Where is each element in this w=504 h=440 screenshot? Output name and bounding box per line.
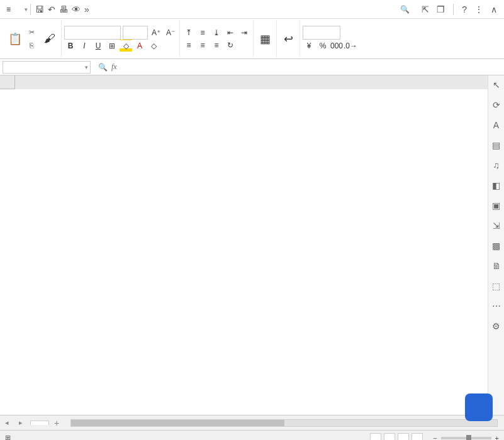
playlist-icon[interactable]: ♫ <box>491 160 502 171</box>
cut-icon: ✂ <box>26 28 36 38</box>
sheet-area: ↖ ⟳ A ▤ ♫ ◧ ▣ ⇲ ▩ 🗎 ⬚ ⋯ ⚙ <box>0 75 504 415</box>
wps-logo-mark <box>465 393 493 421</box>
fx-search-icon[interactable]: 🔍 <box>98 63 108 72</box>
clear-format-button[interactable]: ◇ <box>147 40 160 52</box>
select-all-corner[interactable] <box>0 75 15 89</box>
break-view-icon[interactable] <box>398 433 409 441</box>
view-buttons <box>370 433 423 441</box>
bold-button[interactable]: B <box>64 40 77 52</box>
preview-icon[interactable]: 👁 <box>70 4 82 14</box>
formula-input[interactable] <box>122 61 504 74</box>
format-painter-button[interactable]: 🖌 <box>41 30 59 48</box>
increase-decimal-icon[interactable]: .0→ <box>344 40 357 52</box>
status-mode-icon[interactable]: ⊞ <box>5 434 106 440</box>
collapse-icon[interactable]: ∧ <box>489 4 499 14</box>
palette-icon[interactable]: ◧ <box>491 180 502 191</box>
copy-button[interactable]: ⎘ <box>26 40 38 51</box>
align-middle-icon[interactable]: ≡ <box>196 26 209 39</box>
formula-bar: ▾ 🔍 fx <box>0 59 504 75</box>
zoom-slider[interactable] <box>441 437 491 439</box>
merge-button[interactable]: ▦ <box>256 30 274 48</box>
sheet-tabs-bar: ◂ ▸ + <box>0 415 504 430</box>
zoom-thumb[interactable] <box>466 435 471 441</box>
print-icon[interactable]: 🖶 <box>57 4 70 14</box>
column-headers <box>15 75 488 89</box>
window-icon[interactable]: ❐ <box>435 4 447 14</box>
file-dropdown-icon[interactable]: ▾ <box>25 6 28 13</box>
align-left-icon[interactable]: ≡ <box>182 39 195 52</box>
cut-button[interactable]: ✂ <box>26 27 38 38</box>
wrap-group: ↩ <box>277 20 300 57</box>
increase-font-icon[interactable]: A⁺ <box>150 26 162 39</box>
indent-increase-icon[interactable]: ⇥ <box>238 26 250 39</box>
fill-color-button[interactable]: ◇ <box>120 40 132 52</box>
status-bar: ⊞ − + <box>0 430 504 440</box>
share-icon[interactable]: ⇱ <box>420 4 431 14</box>
percent-icon[interactable]: % <box>316 40 329 52</box>
merge-group: ▦ <box>254 20 277 57</box>
normal-view-icon[interactable] <box>370 433 381 441</box>
sheet-grid[interactable] <box>0 75 488 415</box>
file-icon[interactable]: 🗎 <box>491 260 502 272</box>
layers-icon[interactable]: ▤ <box>491 140 502 151</box>
cursor-icon[interactable]: ↖ <box>491 79 502 91</box>
italic-button[interactable]: I <box>78 40 91 52</box>
clipboard-group: 📋 ✂ ⎘ 🖌 <box>4 20 62 57</box>
align-right-icon[interactable]: ≡ <box>210 39 223 52</box>
zoom-in-icon[interactable]: + <box>495 434 499 441</box>
number-group: ¥ % 000 .0→ <box>300 20 359 57</box>
export-icon[interactable]: ⇲ <box>491 220 502 231</box>
page-view-icon[interactable] <box>384 433 395 441</box>
align-top-icon[interactable]: ⤒ <box>182 26 195 39</box>
align-bottom-icon[interactable]: ⤓ <box>210 26 223 39</box>
decrease-font-icon[interactable]: A⁻ <box>164 26 177 39</box>
refresh-icon[interactable]: ⟳ <box>491 99 502 111</box>
tab-nav-prev-icon[interactable]: ◂ <box>0 419 14 427</box>
font-panel-icon[interactable]: A <box>491 119 502 131</box>
align-center-icon[interactable]: ≡ <box>196 39 209 52</box>
add-sheet-icon[interactable]: + <box>49 418 64 428</box>
underline-button[interactable]: U <box>92 40 104 52</box>
number-format-combo[interactable] <box>303 26 340 40</box>
font-group: A⁺ A⁻ B I U ⊞ ◇ A ◇ <box>62 20 180 57</box>
search-button[interactable]: 🔍 <box>400 5 410 14</box>
font-name-combo[interactable] <box>64 26 121 40</box>
undo-icon[interactable]: ↶ <box>46 4 57 14</box>
name-box[interactable]: ▾ <box>3 61 91 74</box>
settings-icon[interactable]: ⚙ <box>491 321 502 332</box>
zoom-out-icon[interactable]: − <box>433 434 437 441</box>
hamburger-icon[interactable]: ≡ <box>3 5 14 14</box>
help-icon[interactable]: ? <box>460 4 469 14</box>
fx-icon[interactable]: fx <box>111 62 117 72</box>
border-button[interactable]: ⊞ <box>106 40 118 52</box>
indent-decrease-icon[interactable]: ⇤ <box>224 26 237 39</box>
bucket-icon[interactable]: ⬚ <box>491 280 502 292</box>
currency-icon[interactable]: ¥ <box>303 40 315 52</box>
orientation-icon[interactable]: ↻ <box>224 39 237 52</box>
sheet-tab[interactable] <box>30 421 49 425</box>
reading-view-icon[interactable] <box>412 433 423 441</box>
search-icon: 🔍 <box>400 5 410 14</box>
thousands-icon[interactable]: 000 <box>330 40 343 52</box>
tab-nav-next-icon[interactable]: ▸ <box>14 419 28 427</box>
divider <box>453 4 454 15</box>
more-panel-icon[interactable]: ⋯ <box>491 300 502 312</box>
paste-button[interactable]: 📋 <box>6 30 24 48</box>
more-icon[interactable]: » <box>82 4 91 14</box>
horizontal-scrollbar[interactable] <box>70 419 498 427</box>
namebox-dropdown-icon[interactable]: ▾ <box>85 64 88 70</box>
ribbon: 📋 ✂ ⎘ 🖌 A⁺ A⁻ B I U ⊞ ◇ A ◇ <box>0 19 504 59</box>
wrap-button[interactable]: ↩ <box>279 30 297 48</box>
template-icon[interactable]: ▣ <box>491 200 502 211</box>
font-color-button[interactable]: A <box>133 40 146 52</box>
copy-icon: ⎘ <box>26 40 36 50</box>
font-size-combo[interactable] <box>123 26 148 40</box>
image-icon[interactable]: ▩ <box>491 240 502 251</box>
align-group: ⤒ ≡ ⤓ ⇤ ⇥ ≡ ≡ ≡ ↻ <box>180 20 254 57</box>
options-icon[interactable]: ⋮ <box>473 4 485 14</box>
save-icon[interactable]: 🖫 <box>33 4 46 14</box>
scrollbar-thumb[interactable] <box>71 420 284 426</box>
titlebar: ≡ ▾ 🖫 ↶ 🖶 👁 » 🔍 ⇱ ❐ ? ⋮ ∧ <box>0 0 504 19</box>
wrap-icon: ↩ <box>281 31 296 47</box>
divider <box>30 4 31 15</box>
